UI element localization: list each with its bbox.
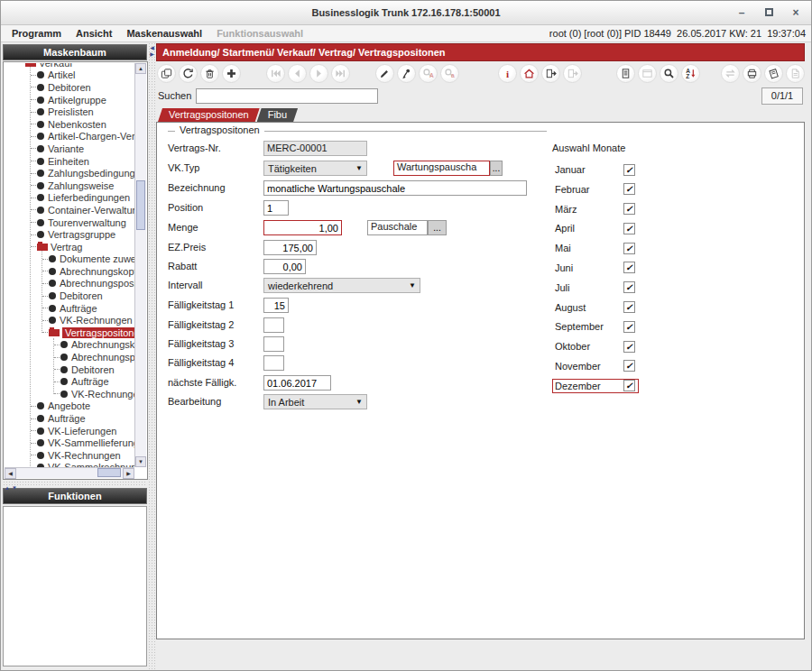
tree-item[interactable]: Variante xyxy=(5,142,134,155)
close-button[interactable]: × xyxy=(789,6,802,19)
vk-typ-select[interactable]: Tätigkeiten ▼ xyxy=(263,161,367,176)
rabatt-input[interactable] xyxy=(263,259,306,274)
month-checkbox[interactable]: ✓ xyxy=(623,341,635,353)
search-icon[interactable] xyxy=(660,64,678,83)
maximize-button[interactable] xyxy=(762,6,775,19)
menu-programm[interactable]: Programm xyxy=(5,28,69,39)
menge-lookup-button[interactable]: ... xyxy=(428,220,447,235)
records-list-icon[interactable] xyxy=(616,64,635,83)
tree-item[interactable]: Nebenkosten xyxy=(5,118,134,131)
home-icon[interactable] xyxy=(520,64,539,83)
tree-item[interactable]: Debitoren xyxy=(5,81,134,94)
scroll-left-icon[interactable]: ◀ xyxy=(5,468,16,479)
month-checkbox[interactable]: ✓ xyxy=(623,203,635,215)
tree-item[interactable]: VK-Rechnungen xyxy=(5,314,134,326)
month-checkbox[interactable]: ✓ xyxy=(623,183,635,195)
month-checkbox[interactable]: ✓ xyxy=(623,262,635,273)
scrollbar-thumb[interactable] xyxy=(136,180,145,230)
tree-item[interactable]: Dokumente zuweisen xyxy=(5,253,134,266)
tree-item[interactable]: Artikel-Chargen-Verwaltung xyxy=(5,131,134,143)
notebook-icon[interactable] xyxy=(764,64,783,83)
sidebar-splitter[interactable]: ▲▼ xyxy=(3,481,147,487)
tree-item[interactable]: VK-Sammellieferung xyxy=(5,437,134,449)
faelligkeitstag3-input[interactable] xyxy=(263,336,284,352)
tree-item[interactable]: Debitoren xyxy=(5,363,134,376)
menge-input[interactable] xyxy=(263,220,342,235)
menu-maskenauswahl[interactable]: Maskenauswahl xyxy=(119,28,209,39)
panel-splitter[interactable]: ◀▶ xyxy=(148,42,156,670)
main-content: Anmeldung/ Startmenü/ Verkauf/ Vertrag/ … xyxy=(156,42,811,670)
tree-item[interactable]: Vertragsgruppe xyxy=(5,228,134,241)
print-icon[interactable] xyxy=(743,64,761,83)
tree-item[interactable]: VK-Rechnungen xyxy=(5,388,134,400)
tree-item[interactable]: Verkauf xyxy=(5,63,134,69)
bearbeitung-select[interactable]: In Arbeit ▼ xyxy=(263,394,367,409)
splitter-left-icon[interactable]: ◀ xyxy=(150,45,154,51)
month-checkbox[interactable]: ✓ xyxy=(623,321,635,333)
faelligkeitstag4-input[interactable] xyxy=(263,355,284,371)
vk-typ-lookup-button[interactable]: ... xyxy=(490,161,503,176)
tree-item[interactable]: Angebote xyxy=(5,400,134,413)
refresh-icon[interactable] xyxy=(179,64,198,83)
info-icon[interactable]: i xyxy=(498,64,517,83)
month-checkbox[interactable]: ✓ xyxy=(623,164,635,176)
splitter-down-icon[interactable]: ▼ xyxy=(12,485,17,491)
month-checkbox[interactable]: ✓ xyxy=(623,380,635,391)
tab-vertragspositonen[interactable]: Vertragspositonen xyxy=(158,108,260,122)
tree-item[interactable]: Lieferbedingungen xyxy=(5,192,134,205)
faelligkeitstag1-input[interactable] xyxy=(263,298,289,313)
logout-icon[interactable] xyxy=(541,64,560,83)
scrollbar-thumb[interactable] xyxy=(97,468,121,477)
month-checkbox[interactable]: ✓ xyxy=(623,360,635,372)
tree-item[interactable]: Aufträge xyxy=(5,412,134,425)
position-input[interactable] xyxy=(263,200,289,216)
scroll-down-icon[interactable]: ▼ xyxy=(135,456,146,467)
tab-fibu[interactable]: Fibu xyxy=(257,108,298,122)
month-checkbox[interactable]: ✓ xyxy=(623,243,635,254)
faelligkeitstag2-input[interactable] xyxy=(263,317,284,333)
tree-item[interactable]: Artikel xyxy=(5,69,134,82)
minimize-button[interactable]: – xyxy=(735,6,748,19)
tree-item[interactable]: Vertragspositonen xyxy=(5,326,134,339)
search-input[interactable] xyxy=(196,88,378,104)
tree-vertical-scrollbar[interactable]: ▲ ▼ xyxy=(134,63,146,467)
tree-item[interactable]: Einheiten xyxy=(5,155,134,168)
splitter-right-icon[interactable]: ▶ xyxy=(150,51,154,58)
duplicate-icon[interactable] xyxy=(157,64,176,83)
ez-preis-input[interactable] xyxy=(263,240,317,255)
menu-ansicht[interactable]: Ansicht xyxy=(69,28,119,39)
tree-item[interactable]: Abrechnungskopf xyxy=(5,339,134,352)
delete-icon[interactable] xyxy=(200,64,219,83)
tree-item[interactable]: VK-Rechnungen xyxy=(5,449,134,462)
month-checkbox[interactable]: ✓ xyxy=(623,223,635,234)
tree-item[interactable]: Zahlungsbedingungen xyxy=(5,167,134,179)
sort-az-icon[interactable]: AZ xyxy=(681,64,700,83)
tree-item[interactable]: Debitoren xyxy=(5,290,134,302)
month-checkbox[interactable]: ✓ xyxy=(623,281,635,293)
add-record-icon[interactable] xyxy=(222,64,241,83)
tree-item[interactable]: Abrechnungskopf xyxy=(5,265,134,278)
tree-item[interactable]: Vertrag xyxy=(5,241,134,253)
tree-item[interactable]: Aufträge xyxy=(5,302,134,315)
edit-icon[interactable] xyxy=(375,64,394,83)
scroll-right-icon[interactable]: ▶ xyxy=(123,468,134,479)
tree-item[interactable]: Container-Verwaltung xyxy=(5,204,134,216)
tree-item[interactable]: Zahlungsweise xyxy=(5,179,134,192)
intervall-select[interactable]: wiederkehrend ▼ xyxy=(263,278,420,293)
menge-unit-field[interactable]: Pauschale xyxy=(367,220,428,235)
tree-item[interactable]: VK-Lieferungen xyxy=(5,425,134,437)
tree-item[interactable]: Preislisten xyxy=(5,106,134,118)
sign-icon[interactable] xyxy=(397,64,416,83)
tree-item[interactable]: Abrechnungspositon xyxy=(5,278,134,290)
vk-typ-aux-field[interactable]: Wartungspauscha xyxy=(393,161,490,176)
tree-item[interactable]: Tourenverwaltung xyxy=(5,216,134,229)
tree-item[interactable]: Artikelgruppe xyxy=(5,94,134,106)
naechste-faelligkeit-input[interactable] xyxy=(263,375,331,391)
tree-item[interactable]: Abrechnungspositon xyxy=(5,351,134,363)
tree-item[interactable]: Aufträge xyxy=(5,375,134,388)
scroll-up-icon[interactable]: ▲ xyxy=(135,63,146,74)
splitter-up-icon[interactable]: ▲ xyxy=(5,485,10,491)
month-checkbox[interactable]: ✓ xyxy=(623,301,635,313)
bezeichnung-input[interactable] xyxy=(263,180,527,196)
tree-horizontal-scrollbar[interactable]: ◀ ▶ xyxy=(5,467,134,478)
